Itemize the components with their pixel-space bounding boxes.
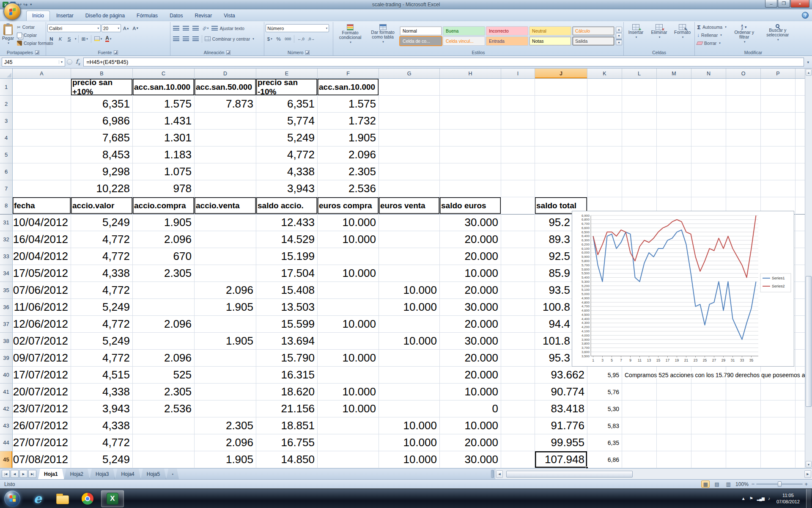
cell-F38[interactable] — [318, 333, 379, 350]
cell-E5[interactable]: 4,772 — [256, 146, 318, 163]
italic-button[interactable]: K — [56, 35, 64, 43]
align-top-button[interactable] — [172, 24, 181, 32]
cell-F40[interactable] — [318, 367, 379, 384]
delete-cells-button[interactable]: × Eliminar▾ — [648, 22, 670, 49]
cell-G6[interactable] — [379, 163, 440, 180]
cell-J42[interactable]: 83.418 — [535, 400, 587, 417]
paste-button[interactable]: Pegar ▾ — [2, 22, 14, 49]
row-header-36[interactable]: 36 — [0, 299, 13, 316]
underline-button[interactable]: S — [65, 35, 73, 43]
cell-F5[interactable]: 2.096 — [318, 146, 379, 163]
column-header-D[interactable]: D — [195, 69, 256, 78]
thousands-format-button[interactable]: 000 — [283, 35, 292, 43]
cell-K5[interactable] — [587, 146, 622, 163]
cell-C32[interactable]: 2.096 — [133, 231, 195, 248]
cell-A38[interactable]: 02/07/2012 — [13, 333, 71, 350]
cell-E38[interactable]: 13.694 — [256, 333, 318, 350]
horizontal-scroll-track[interactable] — [503, 470, 804, 478]
cell-E7[interactable]: 3,943 — [256, 180, 318, 197]
cell-A7[interactable] — [13, 180, 71, 197]
cell-P45[interactable] — [761, 451, 796, 468]
zoom-out-button[interactable]: − — [752, 481, 755, 487]
zoom-in-button[interactable]: + — [804, 481, 808, 487]
help-icon[interactable]: ? — [802, 12, 809, 19]
cell-B31[interactable]: 5,249 — [71, 214, 133, 231]
cell-L43[interactable] — [622, 417, 657, 434]
cell-A34[interactable]: 17/05/2012 — [13, 265, 71, 282]
column-header-H[interactable]: H — [440, 69, 501, 78]
cell-O42[interactable] — [726, 400, 761, 417]
align-left-button[interactable] — [172, 35, 181, 43]
cell-C7[interactable]: 978 — [133, 180, 195, 197]
fill-button[interactable]: ↓Rellenar▾ — [696, 31, 727, 39]
maximize-button[interactable]: ❐ — [778, 0, 790, 8]
cell-P7[interactable] — [761, 180, 796, 197]
row-header-8[interactable]: 8 — [0, 197, 13, 214]
font-color-button[interactable]: A▾ — [104, 35, 112, 43]
cell-H41[interactable]: 10.000 — [440, 384, 501, 400]
cell-J5[interactable] — [535, 146, 587, 163]
cell-B35[interactable]: 4,772 — [71, 282, 133, 299]
cell-C6[interactable]: 1.075 — [133, 163, 195, 180]
cell-H3[interactable] — [440, 113, 501, 130]
cell-I39[interactable] — [501, 350, 535, 367]
cell-O41[interactable] — [726, 384, 761, 400]
cell-O3[interactable] — [726, 113, 761, 130]
row-header-1[interactable]: 1 — [0, 79, 13, 96]
normal-view-button[interactable]: ▦ — [701, 480, 710, 488]
wrap-text-button[interactable]: Ajustar texto — [211, 25, 245, 32]
cell-C36[interactable] — [133, 299, 195, 316]
cell-N43[interactable] — [691, 417, 726, 434]
cell-H39[interactable]: 20.000 — [440, 350, 501, 367]
vertical-scroll-track[interactable] — [805, 76, 812, 461]
cell-E37[interactable]: 15.599 — [256, 316, 318, 333]
cell-G8[interactable]: euros venta — [379, 197, 440, 214]
cell-L45[interactable] — [622, 451, 657, 468]
row-header-31[interactable]: 31 — [0, 214, 13, 231]
cell-J43[interactable]: 91.776 — [535, 417, 587, 434]
cell-P1[interactable] — [761, 79, 796, 96]
cell-F34[interactable]: 10.000 — [318, 265, 379, 282]
column-header-I[interactable]: I — [501, 69, 535, 78]
cell-G31[interactable] — [379, 214, 440, 231]
cell-I3[interactable] — [501, 113, 535, 130]
ribbon-tab-f-rmulas[interactable]: Fórmulas — [131, 11, 163, 21]
cell-G3[interactable] — [379, 113, 440, 130]
cell-P41[interactable] — [761, 384, 796, 400]
cell-E36[interactable]: 13.503 — [256, 299, 318, 316]
zoom-slider-thumb[interactable] — [778, 481, 782, 487]
cell-F2[interactable]: 1.575 — [318, 96, 379, 113]
cell-D45[interactable]: 1.905 — [195, 451, 256, 468]
cell-H40[interactable]: 20.000 — [440, 367, 501, 384]
column-header-L[interactable]: L — [622, 69, 657, 78]
ribbon-tab-vista[interactable]: Vista — [218, 11, 240, 21]
cell-A8[interactable]: fecha — [13, 197, 71, 214]
cell-I5[interactable] — [501, 146, 535, 163]
cell-M42[interactable] — [657, 400, 691, 417]
cell-P44[interactable] — [761, 434, 796, 451]
cell-I37[interactable] — [501, 316, 535, 333]
ribbon-tab-insertar[interactable]: Insertar — [51, 11, 79, 21]
cell-K3[interactable] — [587, 113, 622, 130]
cell-C37[interactable]: 2.096 — [133, 316, 195, 333]
autosum-button[interactable]: ΣAutosuma▾ — [696, 23, 727, 31]
cell-E1[interactable]: precio san -10% — [256, 79, 318, 96]
cell-M6[interactable] — [657, 163, 691, 180]
cell-B40[interactable]: 4,515 — [71, 367, 133, 384]
cell-K42[interactable]: 5,30 — [587, 400, 622, 417]
cell-A4[interactable] — [13, 130, 71, 146]
cell-H43[interactable]: 10.000 — [440, 417, 501, 434]
cell-style-entrada[interactable]: Entrada — [486, 36, 528, 46]
row-header-34[interactable]: 34 — [0, 265, 13, 282]
row-header-5[interactable]: 5 — [0, 146, 13, 163]
cell-A31[interactable]: 10/04/2012 — [13, 214, 71, 231]
cell-M44[interactable] — [657, 434, 691, 451]
cell-L2[interactable] — [622, 96, 657, 113]
cell-C4[interactable]: 1.301 — [133, 130, 195, 146]
cell-B8[interactable]: accio.valor — [71, 197, 133, 214]
cell-C38[interactable] — [133, 333, 195, 350]
cell-H44[interactable]: 20.000 — [440, 434, 501, 451]
font-size-combo[interactable]: 20▾ — [102, 24, 121, 32]
percent-format-button[interactable]: % — [274, 35, 283, 43]
row-header-37[interactable]: 37 — [0, 316, 13, 333]
